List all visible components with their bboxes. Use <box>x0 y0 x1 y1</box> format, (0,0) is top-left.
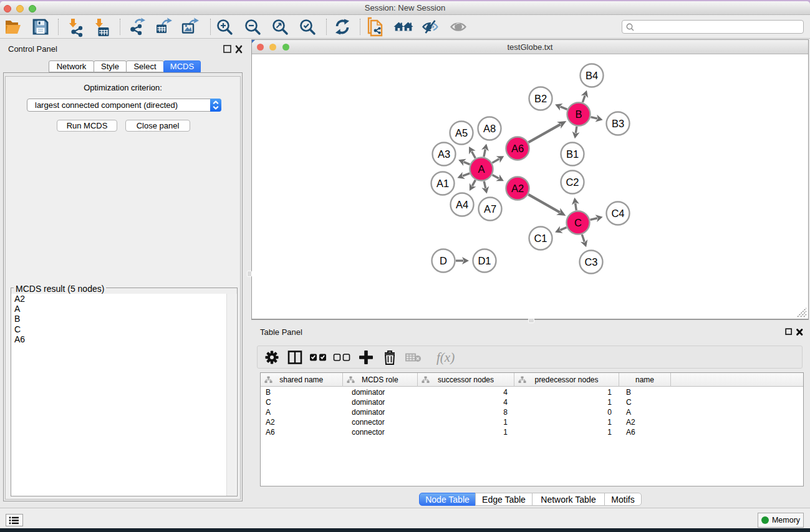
svg-text:C3: C3 <box>584 256 597 268</box>
svg-text:B4: B4 <box>586 70 598 81</box>
svg-text:C2: C2 <box>566 177 579 188</box>
svg-text:B1: B1 <box>566 148 579 160</box>
svg-text:D: D <box>440 255 447 266</box>
svg-text:A8: A8 <box>483 123 496 134</box>
svg-text:A3: A3 <box>438 148 450 160</box>
svg-text:A5: A5 <box>455 127 468 138</box>
svg-text:B3: B3 <box>612 118 624 129</box>
svg-text:C4: C4 <box>611 208 624 219</box>
svg-text:B2: B2 <box>534 93 547 104</box>
svg-text:A4: A4 <box>456 199 468 210</box>
svg-text:A6: A6 <box>511 143 524 154</box>
svg-text:A7: A7 <box>484 203 496 215</box>
svg-text:C: C <box>574 217 582 228</box>
svg-text:D1: D1 <box>478 255 491 266</box>
svg-text:A1: A1 <box>436 178 449 189</box>
svg-text:A: A <box>478 163 485 175</box>
svg-text:A2: A2 <box>511 183 524 194</box>
svg-text:C1: C1 <box>534 233 547 244</box>
svg-text:f(x): f(x) <box>436 350 455 365</box>
svg-text:B: B <box>575 109 582 120</box>
